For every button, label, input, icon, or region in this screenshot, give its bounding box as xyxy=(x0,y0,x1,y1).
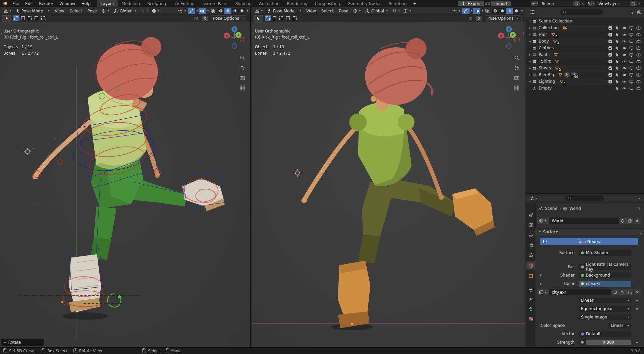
filter-options-icon[interactable] xyxy=(637,10,641,14)
selectable-icon[interactable] xyxy=(615,79,620,84)
select-mode-invert-button[interactable] xyxy=(33,15,40,21)
bone-origin-dot[interactable] xyxy=(351,323,353,325)
tab-output[interactable] xyxy=(526,231,535,239)
checkbox-icon[interactable] xyxy=(608,53,612,57)
strength-slider[interactable]: 0.300 xyxy=(579,340,631,345)
expand-arrow-icon[interactable]: ▸ xyxy=(528,73,532,76)
select-menu[interactable]: Select xyxy=(319,9,336,13)
new-scene-copy-icon[interactable] xyxy=(573,1,580,6)
shader-select[interactable]: Background xyxy=(579,273,631,278)
select-mode-subtract-button[interactable] xyxy=(278,15,284,21)
checkbox-icon[interactable] xyxy=(608,59,612,64)
tab-layout[interactable]: Layout xyxy=(97,0,118,7)
unlink-icon[interactable]: × xyxy=(633,218,641,224)
show-overlays-button[interactable] xyxy=(199,8,206,14)
toolbar-expand-tab[interactable]: › xyxy=(1,31,2,35)
checkbox-icon[interactable] xyxy=(608,79,612,84)
checkbox-icon[interactable] xyxy=(608,66,612,70)
gizmo-dropdown-icon[interactable]: ▾ xyxy=(197,9,198,12)
shading-rendered-button[interactable] xyxy=(238,8,246,14)
remove-viewlayer-icon[interactable]: × xyxy=(637,1,642,6)
use-nodes-button[interactable]: Use Nodes xyxy=(540,238,638,245)
breadcrumb-world[interactable]: World xyxy=(569,206,581,211)
shading-material-button[interactable] xyxy=(506,8,513,14)
tab-shading[interactable]: Shading xyxy=(231,0,255,7)
pack-icon[interactable] xyxy=(626,289,633,295)
interpolation-dropdown[interactable]: Linear▾ xyxy=(579,298,631,303)
outliner-row-empty[interactable]: Empty xyxy=(526,85,644,92)
outliner-row-shoes[interactable]: ▸ Shoes 2 xyxy=(526,65,644,71)
tab-geometry-nodes[interactable]: Geometry Nodes xyxy=(344,0,385,7)
collapse-arrow-icon[interactable]: ▾ xyxy=(528,19,532,23)
disable-viewport-icon[interactable] xyxy=(629,33,634,37)
axis-neg-z-ball[interactable] xyxy=(232,44,237,49)
vector-input[interactable]: Default xyxy=(579,331,631,337)
camera-view-icon[interactable] xyxy=(514,75,520,81)
animate-dot[interactable] xyxy=(636,300,638,301)
pan-hand-icon[interactable] xyxy=(514,65,520,71)
tab-rendering[interactable]: Rendering xyxy=(283,0,311,7)
tab-physics[interactable] xyxy=(526,295,535,303)
view-menu[interactable]: View xyxy=(304,9,318,13)
tab-sculpting[interactable]: Sculpting xyxy=(144,0,170,7)
gizmo-dropdown-icon[interactable]: ▾ xyxy=(471,9,472,12)
viewlayer-selector[interactable]: ViewLayer × xyxy=(596,1,642,6)
selectable-icon[interactable] xyxy=(615,86,620,91)
animate-dot[interactable] xyxy=(636,342,638,343)
scene-datablock-icon[interactable]: ▾ xyxy=(531,1,538,6)
tab-render[interactable] xyxy=(526,221,535,229)
select-mode-intersect-button[interactable] xyxy=(291,15,298,21)
select-mode-intersect-button[interactable] xyxy=(40,15,46,21)
disable-render-icon[interactable] xyxy=(636,79,641,84)
toggle-ortho-icon[interactable] xyxy=(239,85,245,91)
expand-arrow-icon[interactable]: ▸ xyxy=(528,80,532,83)
outliner-row-clothes[interactable]: Clothes xyxy=(526,45,644,51)
camera-view-icon[interactable] xyxy=(239,75,245,81)
properties-options-icon[interactable]: ▾ xyxy=(639,197,640,200)
breadcrumb-scene[interactable]: Scene xyxy=(545,206,557,211)
proportional-edit-button[interactable]: ▾ xyxy=(150,8,161,14)
selectable-icon[interactable] xyxy=(615,59,620,64)
duplicate-icon[interactable] xyxy=(619,289,626,295)
pose-options-dropdown[interactable]: Pose Options▾ xyxy=(210,15,247,21)
expand-arrow-icon[interactable]: ▸ xyxy=(528,33,532,36)
checkbox-icon[interactable] xyxy=(608,39,612,44)
disable-viewport-icon[interactable] xyxy=(629,26,634,30)
world-name-field[interactable]: World xyxy=(549,218,619,224)
axis-neg-x-ball[interactable] xyxy=(515,37,520,42)
toolbar-expand-tab[interactable]: › xyxy=(252,31,254,35)
zoom-icon[interactable] xyxy=(514,55,520,61)
outliner-row-pants[interactable]: ▸ Pants xyxy=(526,51,644,58)
shading-material-button[interactable] xyxy=(231,8,238,14)
show-gizmo-button[interactable] xyxy=(188,8,195,14)
transform-pivot-button[interactable]: ▾ xyxy=(100,8,110,14)
select-mode-extend-button[interactable] xyxy=(271,15,278,21)
selectable-icon[interactable] xyxy=(615,33,620,37)
selectable-icon[interactable] xyxy=(615,66,620,70)
disable-viewport-icon[interactable] xyxy=(629,59,634,64)
snap-button[interactable]: ▾ xyxy=(391,8,401,14)
pan-hand-icon[interactable] xyxy=(239,65,245,71)
navigation-gizmo[interactable]: Z X Y xyxy=(496,25,521,51)
transform-orientation-button[interactable]: Global▾ xyxy=(363,8,390,14)
viewport-3d-area[interactable]: › ‹ User Orthographic (0) Rick_Rig : foo… xyxy=(252,21,525,347)
selectable-icon[interactable] xyxy=(615,46,620,50)
editor-type-button[interactable]: ▾ xyxy=(2,8,12,14)
panel-drag-dots[interactable] xyxy=(640,232,641,232)
outliner-row-collection[interactable]: ▸ Collection xyxy=(526,24,644,31)
color-image-select[interactable]: city.exr xyxy=(579,281,631,287)
toggle-ortho-icon[interactable] xyxy=(514,85,520,91)
tab-modeling[interactable]: Modeling xyxy=(118,0,144,7)
expand-arrow-icon[interactable]: ▸ xyxy=(528,60,532,63)
x-axis-mirror-toggle[interactable]: X xyxy=(476,16,482,21)
hide-viewport-icon[interactable] xyxy=(622,33,627,37)
viewport-3d-area[interactable]: › User Orthographic (0) Rick_Rig : foot_… xyxy=(0,21,250,347)
outliner-row-scene-collection[interactable]: ▾ Scene Collection xyxy=(526,18,644,24)
selectable-icon[interactable] xyxy=(615,53,620,57)
transform-orientation-button[interactable]: Global▾ xyxy=(111,8,139,14)
pose-menu[interactable]: Pose xyxy=(337,9,351,13)
blender-logo-icon[interactable] xyxy=(0,0,9,7)
menu-help[interactable]: Help xyxy=(78,0,93,7)
mesh-icon[interactable] xyxy=(555,59,559,64)
mode-selector[interactable]: Pose Mode▾ xyxy=(265,8,303,14)
